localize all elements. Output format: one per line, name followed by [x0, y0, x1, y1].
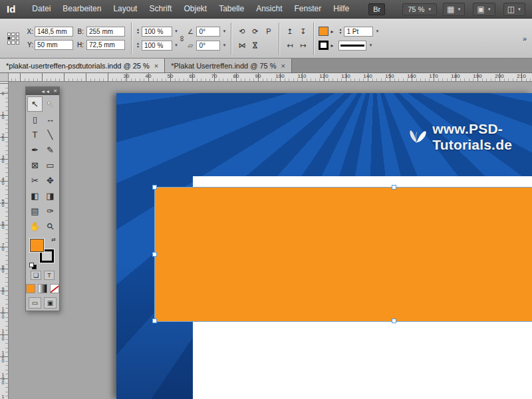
- menu-schrift[interactable]: Schrift: [143, 0, 178, 18]
- menu-hilfe[interactable]: Hilfe: [327, 0, 355, 18]
- tool-fill-swatch[interactable]: [30, 239, 44, 252]
- menu-tabelle[interactable]: Tabelle: [213, 0, 250, 18]
- brand-logo: www.PSD-Tutorials.de: [408, 121, 532, 153]
- selection-handle-middle-left[interactable]: [152, 252, 157, 257]
- application-bar: Id DateiBearbeitenLayoutSchriftObjektTab…: [0, 0, 532, 19]
- chevron-down-icon[interactable]: ▼: [375, 29, 379, 33]
- close-panel-icon[interactable]: ✕: [53, 88, 57, 94]
- direct-selection-tool[interactable]: ↖: [43, 96, 58, 112]
- fill-gradient-button[interactable]: [38, 284, 47, 293]
- fill-solid-button[interactable]: [26, 284, 35, 293]
- pencil-tool[interactable]: ✎: [43, 142, 58, 158]
- selection-tool[interactable]: ↖: [27, 96, 43, 112]
- close-tab-icon[interactable]: ×: [281, 62, 285, 70]
- line-tool[interactable]: ╲: [43, 127, 58, 142]
- fill-none-button[interactable]: [50, 284, 59, 293]
- menu-fenster[interactable]: Fenster: [289, 0, 328, 18]
- apply-to-container-button[interactable]: ❑: [31, 271, 41, 280]
- selection-handle-top-middle[interactable]: [392, 185, 396, 190]
- chevron-down-icon: ▼: [487, 7, 491, 11]
- page-relative-button[interactable]: P: [263, 26, 274, 37]
- flip-vertical-button[interactable]: ⋈: [250, 40, 261, 51]
- close-tab-icon[interactable]: ×: [154, 62, 158, 70]
- scale-y-stepper[interactable]: ▲▼: [136, 42, 140, 49]
- selection-handle-top-left[interactable]: [152, 185, 157, 190]
- rotate-ccw-button[interactable]: ⟲: [236, 26, 247, 37]
- zoom-level-dropdown[interactable]: 75 % ▼: [402, 3, 437, 15]
- menu-bearbeiten[interactable]: Bearbeiten: [57, 0, 107, 18]
- swatch-arrow-icon[interactable]: ▸: [331, 29, 333, 35]
- ruler-origin-corner[interactable]: [0, 73, 9, 82]
- select-previous-button[interactable]: ↤: [284, 40, 295, 51]
- apply-to-text-button[interactable]: T: [44, 271, 55, 280]
- note-tool[interactable]: ▤: [27, 203, 43, 219]
- scale-y-field[interactable]: 100 %: [142, 41, 172, 51]
- chevron-down-icon[interactable]: ▼: [174, 43, 178, 47]
- zoom-tool[interactable]: ⚲: [43, 219, 58, 234]
- document-canvas[interactable]: www.PSD-Tutorials.de ◄◄ ✕ ↖↖▯↔T╲✒✎⊠▭✂✥◧◨…: [9, 82, 532, 399]
- menu-datei[interactable]: Datei: [26, 0, 57, 18]
- flip-horizontal-button[interactable]: ⋈: [236, 40, 247, 51]
- eyedropper-tool[interactable]: ✑: [43, 203, 58, 219]
- screen-mode-button[interactable]: ▣▼: [473, 3, 495, 16]
- stroke-weight-field[interactable]: 1 Pt: [344, 27, 373, 37]
- menu-objekt[interactable]: Objekt: [178, 0, 213, 18]
- bridge-button[interactable]: Br: [368, 3, 385, 15]
- h-ruler-label: 180: [451, 73, 460, 79]
- chevron-down-icon[interactable]: ▼: [222, 43, 226, 47]
- select-container-button[interactable]: ↥: [284, 26, 295, 37]
- rectangle-tool[interactable]: ▭: [43, 158, 58, 173]
- free-transform-tool[interactable]: ✥: [43, 173, 58, 188]
- gradient-swatch-tool[interactable]: ◧: [27, 188, 43, 203]
- fill-swatch[interactable]: [319, 27, 329, 36]
- stroke-weight-stepper[interactable]: ▲▼: [338, 28, 342, 35]
- x-field[interactable]: 148,5 mm: [35, 27, 73, 37]
- rotation-angle-field[interactable]: 0°: [196, 27, 220, 37]
- chevron-down-icon[interactable]: ▼: [368, 43, 372, 47]
- menu-layout[interactable]: Layout: [107, 0, 143, 18]
- document-tab-2[interactable]: *Plakat Usertreffen.indd @ 75 %×: [165, 59, 292, 72]
- gradient-feather-tool[interactable]: ◨: [43, 188, 58, 203]
- control-panel-menu-icon[interactable]: »: [523, 35, 527, 43]
- y-field[interactable]: 50 mm: [35, 40, 73, 50]
- orange-rectangle[interactable]: [155, 188, 532, 321]
- selection-handle-bottom-middle[interactable]: [392, 319, 396, 323]
- rotate-cw-button[interactable]: ⟳: [249, 26, 261, 37]
- select-content-button[interactable]: ↧: [297, 26, 309, 37]
- hand-tool[interactable]: ✋: [27, 219, 43, 234]
- constrain-proportions-link-icon[interactable]: ∞: [178, 35, 187, 41]
- normal-screen-mode-button[interactable]: ▭: [29, 297, 41, 309]
- width-field[interactable]: 255 mm: [86, 27, 125, 37]
- scale-x-stepper[interactable]: ▲▼: [136, 28, 140, 35]
- pen-tool[interactable]: ✒: [27, 142, 43, 158]
- chevron-down-icon[interactable]: ▼: [174, 29, 178, 33]
- vertical-ruler[interactable]: 0102030405060708090100110120130140150160…: [0, 82, 9, 399]
- stroke-swatch[interactable]: [319, 41, 329, 50]
- selection-handle-bottom-left[interactable]: [152, 319, 157, 323]
- arrange-documents-button[interactable]: ◫▼: [503, 3, 525, 16]
- reference-point-proxy[interactable]: [7, 33, 19, 45]
- gradient-feather-tool-icon: ◨: [46, 191, 54, 201]
- gradient-swatch-tool-icon: ◧: [31, 191, 39, 201]
- scale-x-field[interactable]: 100 %: [142, 27, 172, 37]
- chevron-down-icon[interactable]: ▼: [222, 29, 226, 33]
- swap-fill-stroke-icon[interactable]: ⇄: [51, 237, 56, 243]
- stroke-style-dropdown[interactable]: [338, 41, 366, 51]
- rectangle-frame-tool[interactable]: ⊠: [27, 158, 43, 173]
- preview-screen-mode-button[interactable]: ▣: [44, 297, 57, 309]
- shear-angle-field[interactable]: 0°: [196, 41, 220, 51]
- swatch-arrow-icon[interactable]: ▸: [331, 43, 333, 49]
- select-next-button[interactable]: ↦: [297, 40, 309, 51]
- collapse-panel-icon[interactable]: ◄◄: [41, 89, 50, 94]
- gap-tool[interactable]: ↔: [43, 112, 58, 127]
- default-fill-mini-swatch[interactable]: [29, 263, 34, 267]
- scissors-tool[interactable]: ✂: [27, 173, 43, 188]
- height-field[interactable]: 72,5 mm: [86, 40, 125, 50]
- document-tab-1[interactable]: *plakat-usertreffen-psdtutorials.indd @ …: [0, 59, 165, 72]
- page-tool[interactable]: ▯: [27, 112, 43, 127]
- menu-ansicht[interactable]: Ansicht: [250, 0, 288, 18]
- horizontal-ruler[interactable]: 3040506070809010011012013014015016017018…: [9, 73, 532, 82]
- tools-panel-header[interactable]: ◄◄ ✕: [26, 87, 59, 95]
- view-options-button[interactable]: ▦▼: [443, 3, 465, 16]
- type-tool[interactable]: T: [27, 127, 43, 142]
